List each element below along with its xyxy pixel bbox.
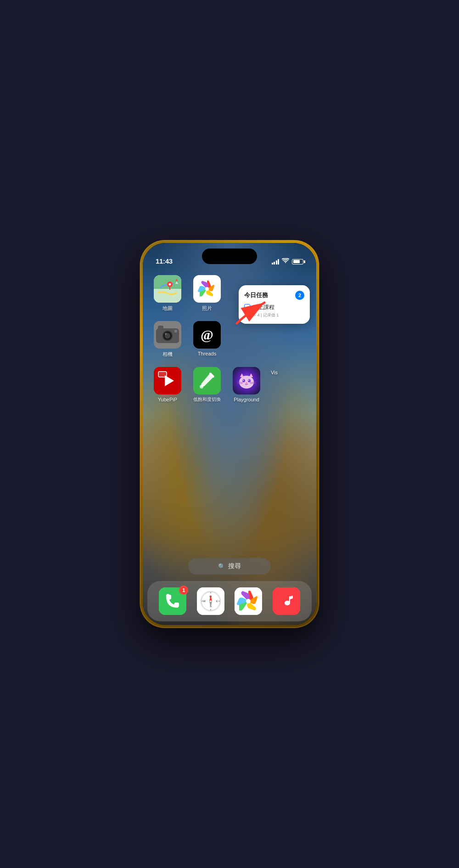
task-title: 線上課程	[252, 304, 279, 311]
app-camera[interactable]: 相機	[151, 321, 184, 358]
svg-point-14	[165, 333, 167, 335]
battery-icon	[292, 259, 303, 265]
svg-text:W: W	[203, 600, 206, 603]
app-photos-label: 照片	[202, 305, 212, 312]
app-yubepip[interactable]: YubePiP	[151, 367, 184, 402]
widget-today-task[interactable]: 今日任務 2 線上課程 ↻ 4 | 记录值 1	[239, 285, 310, 324]
app-maps[interactable]: 地圖	[151, 275, 184, 312]
svg-point-56	[246, 599, 251, 603]
app-lowsat[interactable]: 低飽和度切換	[190, 367, 224, 403]
svg-point-8	[205, 287, 209, 291]
widget-title: 今日任務	[244, 291, 268, 299]
dock-item-safari[interactable]: N S E W	[197, 587, 224, 615]
svg-point-31	[248, 379, 251, 383]
dock-item-music[interactable]	[273, 587, 300, 615]
status-time: 11:43	[156, 257, 173, 265]
app-yubepip-label: YubePiP	[158, 397, 177, 402]
svg-rect-4	[154, 296, 181, 303]
dock-item-phone[interactable]: 1	[159, 587, 186, 615]
widget-badge: 2	[295, 291, 304, 300]
svg-point-6	[169, 283, 171, 286]
svg-point-32	[243, 380, 244, 381]
search-placeholder: 搜尋	[228, 562, 241, 570]
task-meta: ↻ 4 | 记录值 1	[252, 312, 279, 318]
signal-icon	[272, 259, 280, 265]
phone-screen: 11:43	[143, 243, 316, 625]
app-threads[interactable]: @ Threads	[190, 321, 224, 356]
svg-rect-21	[158, 372, 167, 377]
app-lowsat-label: 低飽和度切換	[193, 397, 221, 403]
search-icon: 🔍	[218, 563, 225, 570]
phone-badge: 1	[179, 586, 188, 595]
app-maps-label: 地圖	[162, 305, 173, 312]
search-bar[interactable]: 🔍 搜尋	[188, 558, 271, 575]
app-camera-label: 相機	[162, 351, 173, 358]
dynamic-island	[202, 248, 257, 264]
svg-point-30	[242, 379, 245, 383]
svg-point-34	[246, 383, 247, 384]
app-playground[interactable]: Playground	[230, 367, 263, 402]
phone-frame: 11:43	[140, 240, 319, 628]
app-threads-label: Threads	[198, 351, 216, 356]
svg-point-23	[200, 385, 203, 389]
svg-text:@: @	[201, 327, 213, 342]
svg-text:E: E	[216, 600, 218, 603]
dock: 1 N	[147, 581, 312, 621]
svg-point-25	[239, 376, 254, 389]
svg-point-33	[248, 380, 249, 381]
wifi-icon	[282, 258, 289, 265]
dock-item-photos[interactable]	[235, 587, 262, 615]
app-playground-label: Playground	[234, 397, 259, 402]
svg-point-16	[174, 330, 177, 333]
status-icons	[272, 258, 304, 265]
task-checkbox[interactable]	[244, 304, 250, 310]
svg-rect-15	[158, 326, 163, 329]
app-photos[interactable]: 照片	[190, 275, 224, 312]
